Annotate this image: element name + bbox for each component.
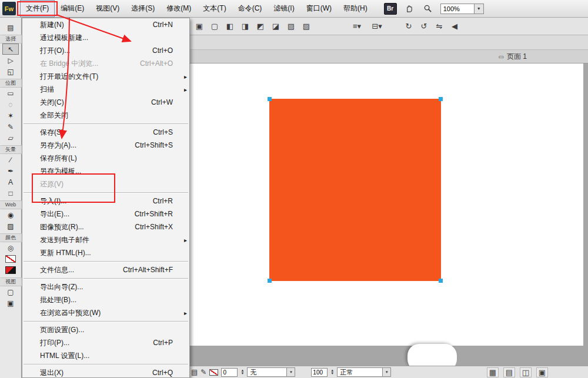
menu-commands[interactable]: 命令(C) — [232, 0, 268, 17]
stepper-down-icon[interactable]: ▼ — [330, 372, 334, 375]
ungroup-icon[interactable]: ▢ — [208, 20, 221, 33]
magic-wand-tool[interactable]: ✶ — [2, 110, 19, 121]
file-menu-new[interactable]: 新建(N) Ctrl+N — [22, 18, 189, 31]
zoom-tool-button[interactable] — [422, 3, 435, 15]
chevron-down-icon[interactable]: ▼ — [382, 368, 390, 376]
zoom-level-input[interactable] — [440, 4, 475, 14]
distribute-icon[interactable]: ⊟▾ — [368, 20, 386, 33]
selection-handle-top-right[interactable] — [439, 97, 443, 101]
layers-icon[interactable]: ▤ — [191, 369, 198, 376]
opacity-stepper[interactable]: ▲ ▼ — [330, 369, 334, 375]
file-menu-save-all[interactable]: 保存所有(L) — [22, 152, 189, 165]
stroke-category-dropdown[interactable]: 无 ▼ — [247, 367, 295, 377]
split-icon[interactable]: ◨ — [239, 20, 252, 33]
menu-window[interactable]: 窗口(W) — [300, 0, 338, 17]
pen-tool[interactable]: ✒ — [2, 165, 19, 176]
standard-screen-mode-button[interactable]: ▢ — [2, 286, 19, 297]
group-icon[interactable]: ▣ — [193, 20, 206, 33]
guides-button[interactable]: ◫ — [520, 367, 532, 377]
file-menu-preview-in-browser[interactable]: 在浏览器中预览(W) ▸ — [22, 306, 189, 319]
file-menu-image-preview[interactable]: 图像预览(R)... Ctrl+Shift+X — [22, 220, 189, 233]
join-icon[interactable]: ◧ — [223, 20, 236, 33]
slice-tool[interactable]: ▨ — [2, 220, 19, 232]
orange-rectangle-object[interactable] — [269, 99, 441, 281]
hotspot-tool[interactable]: ◉ — [2, 209, 19, 220]
menu-select[interactable]: 选择(S) — [125, 0, 161, 17]
bring-forward-icon[interactable]: ◪ — [269, 20, 282, 33]
lasso-tool[interactable]: ◌ — [2, 99, 19, 110]
rulers-button[interactable]: ▤ — [503, 367, 515, 377]
menu-item-label: 文件信息... — [40, 265, 74, 275]
file-menu-new-from-template[interactable]: 通过模板新建... — [22, 31, 189, 44]
file-menu-exit[interactable]: 退出(X) Ctrl+Q — [22, 366, 189, 378]
flip-vertical-icon[interactable]: ◀ — [448, 20, 461, 33]
brush-tool[interactable]: ✎ — [2, 121, 19, 132]
menu-edit[interactable]: 编辑(E) — [55, 0, 90, 17]
marquee-tool[interactable]: ▭ — [2, 88, 19, 99]
file-menu-file-info[interactable]: 文件信息... Ctrl+Alt+Shift+F — [22, 263, 189, 276]
pencil-icon[interactable]: ✎ — [201, 369, 206, 376]
menu-item-label: 批处理(B)... — [40, 295, 76, 305]
menu-text[interactable]: 文本(T) — [197, 0, 232, 17]
send-backward-icon[interactable]: ▧ — [285, 20, 298, 33]
flip-horizontal-icon[interactable]: ⇋ — [433, 20, 446, 33]
selection-handle-bottom-left[interactable] — [268, 279, 272, 283]
eyedropper-tool[interactable]: ◎ — [2, 242, 19, 253]
selection-handle-bottom-right[interactable] — [439, 279, 443, 283]
scale-tool[interactable]: ◱ — [2, 66, 19, 77]
text-tool[interactable]: A — [2, 176, 19, 188]
stepper-down-icon[interactable]: ▼ — [240, 372, 244, 375]
toolbar-button-glyph: ▨ — [303, 22, 310, 30]
rotate-ccw-icon[interactable]: ↺ — [417, 20, 430, 33]
full-screen-mode-button[interactable]: ▣ — [2, 297, 19, 309]
rotate-cw-icon[interactable]: ↻ — [402, 20, 415, 33]
menu-modify[interactable]: 修改(M) — [161, 0, 197, 17]
file-menu-save-as-template[interactable]: 另存为模板... — [22, 165, 189, 178]
chevron-down-icon[interactable]: ▼ — [475, 4, 484, 14]
file-menu-update-html[interactable]: 更新 HTML(H)... — [22, 246, 189, 259]
file-menu-import[interactable]: 导入(I)... Ctrl+R — [22, 195, 189, 208]
eraser-tool[interactable]: ▱ — [2, 132, 19, 143]
stroke-size-input[interactable] — [221, 368, 238, 377]
bring-to-front-icon[interactable]: ◩ — [254, 20, 267, 33]
rectangle-tool[interactable]: □ — [2, 188, 19, 199]
stroke-color-swatch[interactable] — [209, 369, 218, 376]
panels-button[interactable]: ▣ — [536, 367, 548, 377]
line-tool[interactable]: ∕ — [2, 154, 19, 165]
stroke-size-stepper[interactable]: ▲ ▼ — [240, 369, 244, 375]
send-to-back-icon[interactable]: ▨ — [300, 20, 313, 33]
file-menu-scan[interactable]: 扫描 ▸ — [22, 83, 189, 96]
file-menu-batch-process[interactable]: 批处理(B)... — [22, 293, 189, 306]
align-icon[interactable]: ≡▾ — [348, 20, 366, 33]
select-behind-tool[interactable]: ▷ — [2, 55, 19, 66]
file-menu-open-recent[interactable]: 打开最近的文件(T) ▸ — [22, 70, 189, 83]
menu-file[interactable]: 文件(F) — [20, 0, 55, 17]
grid-button[interactable]: ▦ — [487, 367, 499, 377]
file-menu-save[interactable]: 保存(S) Ctrl+S — [22, 126, 189, 139]
file-menu-close-all[interactable]: 全部关闭 — [22, 109, 189, 122]
file-menu-open[interactable]: 打开(O)... Ctrl+O — [22, 44, 189, 57]
blend-mode-dropdown[interactable]: 正常 ▼ — [337, 367, 391, 377]
file-menu-export-wizard[interactable]: 导出向导(Z)... — [22, 280, 189, 293]
page-tab[interactable]: ▭ 页面 1 — [499, 52, 527, 62]
file-menu-close[interactable]: 关闭(C) Ctrl+W — [22, 96, 189, 109]
menu-filters[interactable]: 滤镜(I) — [268, 0, 300, 17]
file-menu-export[interactable]: 导出(E)... Ctrl+Shift+R — [22, 208, 189, 220]
file-menu-page-setup[interactable]: 页面设置(G)... — [22, 323, 189, 336]
hand-tool-button[interactable] — [403, 3, 416, 15]
file-menu-send-to-email[interactable]: 发送到电子邮件 ▸ — [22, 233, 189, 246]
file-menu-html-setup[interactable]: HTML 设置(L)... — [22, 349, 189, 362]
bridge-button[interactable]: Br — [384, 3, 397, 15]
file-menu-print[interactable]: 打印(P)... Ctrl+P — [22, 336, 189, 349]
menu-help[interactable]: 帮助(H) — [338, 0, 373, 17]
pointer-tool[interactable]: ↖ — [2, 44, 19, 55]
menu-view[interactable]: 视图(V) — [90, 0, 125, 17]
fill-color-well[interactable] — [2, 265, 19, 276]
menu-item-shortcut: Ctrl+Shift+R — [135, 210, 180, 218]
new-document-icon[interactable]: ▤ — [2, 22, 19, 33]
selection-handle-top-left[interactable] — [268, 97, 272, 101]
opacity-input[interactable] — [311, 368, 328, 377]
chevron-down-icon[interactable]: ▼ — [286, 368, 295, 376]
file-menu-save-as[interactable]: 另存为(A)... Ctrl+Shift+S — [22, 139, 189, 152]
stroke-color-well[interactable] — [2, 253, 19, 265]
